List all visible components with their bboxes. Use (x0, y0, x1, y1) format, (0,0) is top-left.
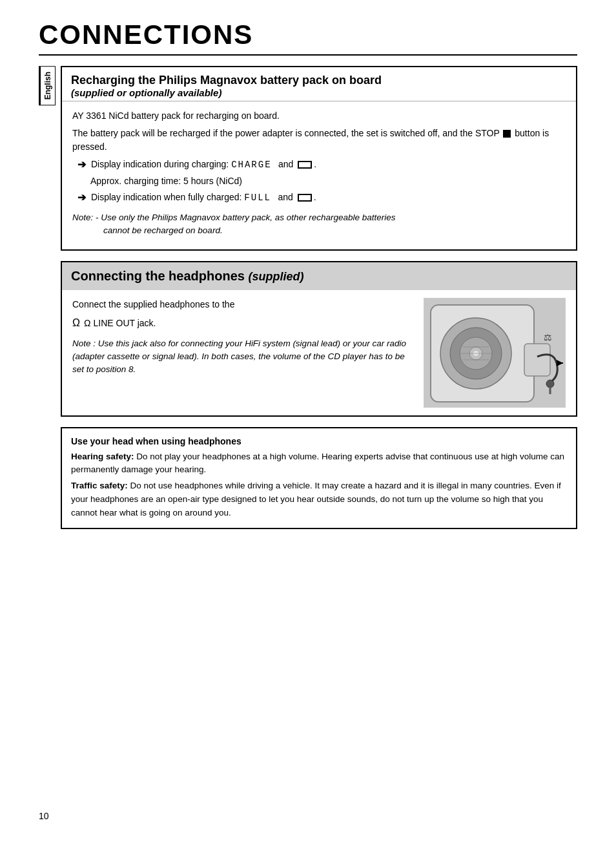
safety-text-hearing: Hearing safety: Do not play your headpho… (71, 450, 567, 477)
recharging-note: Note: - Use only the Philips Magnavox ba… (72, 211, 566, 238)
recharging-subtitle: (supplied or optionally available) (71, 87, 567, 98)
charge-lcd-text: CHARGE (231, 160, 278, 170)
battery-icon-1 (298, 161, 312, 169)
headphone-body1: Connect the supplied headphones to the (72, 298, 413, 311)
recharging-body2: The battery pack will be recharged if th… (72, 127, 566, 154)
cd-player-svg: ⚖ (424, 298, 566, 408)
headphones-title: Connecting the headphones (supplied) (71, 269, 567, 284)
traffic-safety-text: Do not use headphones while driving a ve… (71, 481, 561, 518)
full-lcd-text: FULL (244, 193, 278, 203)
recharging-title: Recharging the Philips Magnavox battery … (71, 74, 567, 87)
hearing-safety-label: Hearing safety: (71, 452, 134, 461)
main-content: English Recharging the Philips Magnavox … (39, 66, 577, 529)
title-divider (39, 54, 577, 56)
traffic-safety-label: Traffic safety: (71, 481, 128, 490)
recharging-header: Recharging the Philips Magnavox battery … (62, 67, 576, 101)
safety-title: Use your head when using headphones (71, 436, 567, 446)
hearing-safety-text: Do not play your headphones at a high vo… (71, 452, 564, 475)
arrow-text-2: Display indication when fully charged: F… (91, 191, 316, 205)
arrow-item-1: ➔ Display indication during charging: CH… (77, 158, 566, 172)
safety-text-traffic: Traffic safety: Do not use headphones wh… (71, 479, 567, 520)
sidebar-english-label: English (39, 66, 56, 105)
headphones-section-box: Connecting the headphones (supplied) Con… (61, 261, 577, 417)
headphone-note: Note : Use this jack also for connecting… (72, 337, 413, 377)
svg-rect-8 (524, 344, 550, 376)
headphone-text-area: Connect the supplied headphones to the Ω… (72, 298, 413, 381)
content-area: Recharging the Philips Magnavox battery … (61, 66, 577, 529)
safety-section-box: Use your head when using headphones Hear… (61, 427, 577, 530)
cd-player-image: ⚖ (424, 298, 566, 408)
svg-text:⚖: ⚖ (544, 332, 552, 342)
recharging-section-box: Recharging the Philips Magnavox battery … (61, 66, 577, 251)
page-container: CONNECTIONS English Recharging the Phili… (0, 0, 616, 847)
battery-icon-2 (298, 194, 312, 202)
arrow-icon-2: ➔ (77, 191, 86, 204)
stop-button-icon (503, 130, 511, 138)
headphone-content-row: Connect the supplied headphones to the Ω… (72, 298, 566, 408)
arrow-text-1: Display indication during charging: CHAR… (91, 158, 316, 172)
arrow-item-2: ➔ Display indication when fully charged:… (77, 191, 566, 205)
page-number: 10 (39, 811, 49, 821)
recharging-body1: AY 3361 NiCd battery pack for recharging… (72, 109, 566, 123)
headphones-content: Connect the supplied headphones to the Ω… (62, 290, 576, 415)
page-title: CONNECTIONS (39, 19, 577, 50)
headphones-title-suffix: (supplied) (248, 270, 303, 283)
headphone-body2: Ω Ω LINE OUT jack. (72, 315, 413, 331)
recharging-content: AY 3361 NiCd battery pack for recharging… (62, 101, 576, 249)
charging-time-text: Approx. charging time: 5 hours (NiCd) (90, 174, 566, 188)
headphones-header: Connecting the headphones (supplied) (62, 262, 576, 290)
arrow-icon-1: ➔ (77, 158, 86, 171)
